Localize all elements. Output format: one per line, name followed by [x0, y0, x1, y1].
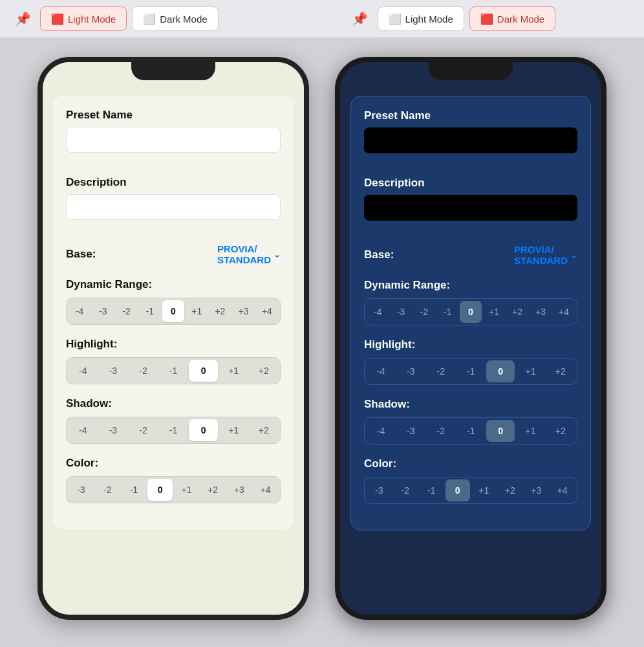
dark-seg-sh--4[interactable]: -4 — [367, 420, 395, 442]
right-pin-button[interactable]: 📌 — [348, 6, 372, 31]
seg-dr-+4[interactable]: +4 — [256, 300, 278, 322]
dark-dynamic-range-label: Dynamic Range: — [364, 279, 577, 292]
dark-seg-hl--1[interactable]: -1 — [456, 360, 485, 382]
light-dynamic-range-row: Dynamic Range: -4 -3 -2 -1 0 +1 +2 +3 +4 — [66, 278, 281, 325]
pin-icon: 📌 — [15, 11, 31, 27]
seg-hl--3[interactable]: -3 — [99, 360, 128, 382]
light-highlight-group: -4 -3 -2 -1 0 +1 +2 — [66, 357, 281, 384]
dark-dynamic-range-row: Dynamic Range: -4 -3 -2 -1 0 +1 +2 +3 +4 — [364, 279, 577, 325]
dark-phone-screen: Preset Name Description Base: PROVIA/STA… — [340, 62, 601, 615]
dark-preset-name-label: Preset Name — [364, 109, 577, 122]
seg-hl-+2[interactable]: +2 — [249, 360, 278, 382]
dark-seg-dr--2[interactable]: -2 — [413, 301, 435, 323]
right-light-mode-button[interactable]: ⬜ Light Mode — [378, 6, 464, 31]
dark-seg-col-0[interactable]: 0 — [445, 479, 471, 501]
right-dark-mode-label: Dark Mode — [497, 14, 544, 25]
seg-sh--3[interactable]: -3 — [99, 419, 128, 441]
seg-sh--2[interactable]: -2 — [129, 419, 158, 441]
left-light-mode-button[interactable]: 🟥 Light Mode — [40, 6, 127, 31]
light-preset-name-input[interactable] — [66, 127, 281, 153]
dark-seg-col-+3[interactable]: +3 — [524, 479, 549, 501]
dark-seg-dr--4[interactable]: -4 — [367, 301, 389, 323]
right-pin-icon: 📌 — [352, 11, 368, 27]
dark-seg-col-+4[interactable]: +4 — [550, 479, 575, 501]
seg-dr--3[interactable]: -3 — [92, 300, 114, 322]
seg-col--1[interactable]: -1 — [122, 479, 147, 501]
left-dark-mode-label: Dark Mode — [160, 14, 207, 25]
dark-highlight-row: Highlight: -4 -3 -2 -1 0 +1 +2 — [364, 338, 577, 385]
seg-dr--1[interactable]: -1 — [139, 300, 161, 322]
dark-seg-hl-+2[interactable]: +2 — [546, 360, 575, 382]
right-light-icon: ⬜ — [389, 13, 402, 25]
dark-description-input[interactable] — [364, 195, 577, 221]
seg-sh-+2[interactable]: +2 — [249, 419, 278, 441]
dark-base-value[interactable]: PROVIA/STANDARD ⌄ — [514, 244, 577, 266]
seg-dr-0[interactable]: 0 — [162, 300, 184, 322]
light-phone-notch — [131, 62, 215, 80]
dark-seg-hl--2[interactable]: -2 — [427, 360, 455, 382]
dark-seg-sh--3[interactable]: -3 — [396, 420, 425, 442]
seg-hl--4[interactable]: -4 — [69, 360, 98, 382]
seg-sh-0[interactable]: 0 — [189, 419, 218, 441]
seg-dr--4[interactable]: -4 — [69, 300, 91, 322]
dark-seg-sh-0[interactable]: 0 — [486, 420, 515, 442]
dark-content-card: Preset Name Description Base: PROVIA/STA… — [350, 96, 591, 531]
seg-sh--4[interactable]: -4 — [69, 419, 98, 441]
seg-col-+3[interactable]: +3 — [227, 479, 252, 501]
seg-col-+2[interactable]: +2 — [200, 479, 226, 501]
seg-dr--2[interactable]: -2 — [115, 300, 137, 322]
dark-seg-sh--1[interactable]: -1 — [456, 420, 485, 442]
seg-dr-+1[interactable]: +1 — [186, 300, 208, 322]
dark-seg-dr--1[interactable]: -1 — [436, 301, 458, 323]
dark-seg-col--1[interactable]: -1 — [419, 479, 444, 501]
dark-seg-dr-+1[interactable]: +1 — [483, 301, 505, 323]
dark-seg-dr-+3[interactable]: +3 — [530, 301, 552, 323]
left-dark-mode-button[interactable]: ⬜ Dark Mode — [132, 6, 218, 31]
seg-col--3[interactable]: -3 — [69, 479, 94, 501]
light-color-group: -3 -2 -1 0 +1 +2 +3 +4 — [66, 476, 281, 503]
seg-sh-+1[interactable]: +1 — [219, 419, 248, 441]
dark-seg-col--3[interactable]: -3 — [367, 479, 392, 501]
seg-hl-0[interactable]: 0 — [189, 360, 218, 382]
seg-col-+4[interactable]: +4 — [253, 479, 278, 501]
dark-seg-hl--3[interactable]: -3 — [396, 360, 425, 382]
dark-shadow-row: Shadow: -4 -3 -2 -1 0 +1 +2 — [364, 398, 577, 444]
dark-seg-dr--3[interactable]: -3 — [390, 301, 412, 323]
dark-seg-hl--4[interactable]: -4 — [367, 360, 395, 382]
dark-seg-sh-+2[interactable]: +2 — [546, 420, 575, 442]
seg-col-0[interactable]: 0 — [147, 479, 173, 501]
left-pin-button[interactable]: 📌 — [10, 6, 35, 31]
dark-description-label: Description — [364, 177, 577, 190]
dark-seg-col-+1[interactable]: +1 — [471, 479, 497, 501]
seg-col-+1[interactable]: +1 — [174, 479, 199, 501]
light-description-input[interactable] — [66, 194, 281, 220]
seg-dr-+3[interactable]: +3 — [233, 300, 255, 322]
light-base-value[interactable]: PROVIA/STANDARD ⌄ — [217, 243, 281, 265]
dark-seg-col-+2[interactable]: +2 — [498, 479, 523, 501]
dark-preset-name-input[interactable] — [364, 127, 577, 153]
dark-seg-sh--2[interactable]: -2 — [427, 420, 455, 442]
seg-hl-+1[interactable]: +1 — [219, 360, 248, 382]
dark-seg-col--2[interactable]: -2 — [393, 479, 418, 501]
dark-color-row: Color: -3 -2 -1 0 +1 +2 +3 +4 — [364, 457, 577, 504]
dark-seg-sh-+1[interactable]: +1 — [516, 420, 544, 442]
right-dark-icon: 🟥 — [480, 13, 493, 25]
dark-seg-hl-0[interactable]: 0 — [486, 360, 515, 382]
dark-dynamic-range-group: -4 -3 -2 -1 0 +1 +2 +3 +4 — [364, 298, 577, 325]
dark-seg-dr-+4[interactable]: +4 — [553, 301, 575, 323]
dark-seg-dr-0[interactable]: 0 — [460, 301, 482, 323]
light-content-card: Preset Name Description Base: PROVIA/STA… — [53, 96, 294, 529]
dark-seg-hl-+1[interactable]: +1 — [516, 360, 544, 382]
dark-icon: ⬜ — [143, 13, 156, 25]
dark-color-label: Color: — [364, 457, 577, 470]
seg-hl--1[interactable]: -1 — [159, 360, 188, 382]
dark-base-value-text: PROVIA/STANDARD — [514, 244, 568, 266]
seg-sh--1[interactable]: -1 — [159, 419, 188, 441]
light-dynamic-range-group: -4 -3 -2 -1 0 +1 +2 +3 +4 — [66, 298, 281, 325]
seg-hl--2[interactable]: -2 — [129, 360, 158, 382]
seg-dr-+2[interactable]: +2 — [209, 300, 231, 322]
dark-seg-dr-+2[interactable]: +2 — [506, 301, 528, 323]
seg-col--2[interactable]: -2 — [95, 479, 120, 501]
right-dark-mode-button[interactable]: 🟥 Dark Mode — [469, 6, 555, 31]
dark-shadow-label: Shadow: — [364, 398, 577, 411]
